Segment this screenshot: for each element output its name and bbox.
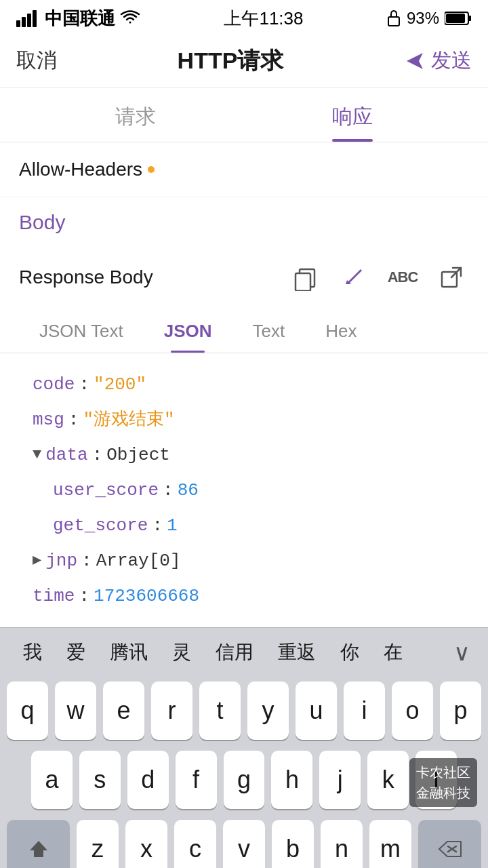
nav-bar: 取消 HTTP请求 发送 [0, 34, 488, 88]
copy-button[interactable] [287, 260, 323, 295]
suggestion-2[interactable]: 腾讯 [98, 639, 160, 665]
svg-marker-12 [30, 841, 47, 857]
json-line-code: code : "200" [19, 367, 469, 402]
json-line-data[interactable]: ▼ data : Object [19, 437, 469, 473]
tab-bar: 请求 响应 [0, 88, 488, 142]
svg-rect-2 [27, 14, 31, 27]
tab-json-text[interactable]: JSON Text [19, 310, 144, 353]
tab-text[interactable]: Text [232, 310, 306, 353]
suggestion-5[interactable]: 重返 [266, 639, 328, 665]
send-button[interactable]: 发送 [404, 47, 472, 75]
keyboard-row-1: q w e r t y u i o p [0, 676, 488, 745]
json-line-time: time : 1723606668 [19, 578, 469, 614]
response-body-label: Response Body [19, 267, 274, 288]
svg-marker-8 [407, 53, 423, 69]
status-time: 上午11:38 [224, 7, 303, 31]
carrier-name: 中国联通 [45, 7, 115, 31]
key-g[interactable]: g [224, 751, 265, 809]
json-content: code : "200" msg : "游戏结束" ▼ data : Objec… [0, 353, 488, 627]
key-w[interactable]: w [55, 682, 96, 740]
watermark: 卡农社区 金融科技 [409, 758, 477, 807]
send-label: 发送 [431, 47, 472, 75]
key-b[interactable]: b [272, 820, 314, 868]
response-body-row: Response Body ABC [0, 252, 488, 303]
key-s[interactable]: s [79, 751, 121, 809]
external-link-button[interactable] [434, 260, 469, 295]
abc-button[interactable]: ABC [385, 260, 420, 295]
key-f[interactable]: f [176, 751, 217, 809]
format-tabs: JSON Text JSON Text Hex [0, 303, 488, 353]
key-x[interactable]: x [125, 820, 167, 868]
key-d[interactable]: d [127, 751, 169, 809]
key-v[interactable]: v [223, 820, 265, 868]
keyboard-suggestion-bar: 我 爱 腾讯 灵 信用 重返 你 在 ∨ [0, 627, 488, 676]
body-label: Body [19, 211, 469, 234]
edit-button[interactable] [336, 260, 371, 295]
battery-percent: 93% [407, 9, 439, 28]
tab-request[interactable]: 请求 [27, 88, 244, 142]
svg-rect-6 [468, 16, 471, 21]
json-line-jnp[interactable]: ▶ jnp : Array[0] [19, 543, 469, 578]
key-r[interactable]: r [151, 682, 192, 740]
suggestion-0[interactable]: 我 [11, 639, 54, 665]
tab-json[interactable]: JSON [144, 310, 232, 353]
key-q[interactable]: q [7, 682, 48, 740]
svg-rect-4 [388, 17, 399, 26]
key-m[interactable]: m [369, 820, 411, 868]
key-j[interactable]: j [319, 751, 361, 809]
keyboard-row-3: z x c v b n m [0, 814, 488, 868]
key-z[interactable]: z [77, 820, 119, 868]
suggestion-6[interactable]: 你 [328, 639, 371, 665]
page-title: HTTP请求 [178, 45, 284, 77]
key-delete[interactable] [418, 820, 481, 868]
svg-rect-0 [16, 20, 20, 27]
status-bar: 中国联通 上午11:38 93% [0, 0, 488, 34]
suggestion-collapse-button[interactable]: ∨ [447, 639, 477, 666]
key-o[interactable]: o [392, 682, 433, 740]
carrier-signal: 中国联通 [16, 7, 141, 31]
status-right: 93% [386, 9, 472, 28]
key-y[interactable]: y [247, 682, 289, 740]
body-section: Body [0, 197, 488, 252]
suggestion-items: 我 爱 腾讯 灵 信用 重返 你 在 [11, 639, 447, 665]
key-shift[interactable] [7, 820, 70, 868]
key-a[interactable]: a [31, 751, 73, 809]
cancel-button[interactable]: 取消 [16, 47, 57, 75]
key-n[interactable]: n [321, 820, 363, 868]
json-line-user-score: user_score : 86 [19, 473, 469, 508]
suggestion-1[interactable]: 爱 [54, 639, 98, 665]
key-t[interactable]: t [199, 682, 241, 740]
json-line-get-score: get_score : 1 [19, 508, 469, 543]
suggestion-4[interactable]: 信用 [203, 639, 266, 665]
dot-indicator [148, 166, 155, 173]
svg-rect-10 [296, 273, 310, 291]
allow-headers-text: Allow-Headers [19, 159, 142, 180]
key-u[interactable]: u [296, 682, 337, 740]
svg-rect-1 [22, 17, 26, 27]
json-line-msg: msg : "游戏结束" [19, 402, 469, 437]
key-p[interactable]: p [440, 682, 481, 740]
key-k[interactable]: k [367, 751, 409, 809]
key-c[interactable]: c [174, 820, 216, 868]
svg-rect-7 [446, 14, 465, 23]
tab-hex[interactable]: Hex [305, 310, 377, 353]
key-i[interactable]: i [344, 682, 385, 740]
key-e[interactable]: e [103, 682, 144, 740]
suggestion-7[interactable]: 在 [371, 639, 415, 665]
suggestion-3[interactable]: 灵 [160, 639, 203, 665]
key-h[interactable]: h [271, 751, 312, 809]
svg-rect-3 [33, 10, 37, 27]
tab-response[interactable]: 响应 [244, 88, 461, 142]
allow-headers-row: Allow-Headers [0, 142, 488, 197]
